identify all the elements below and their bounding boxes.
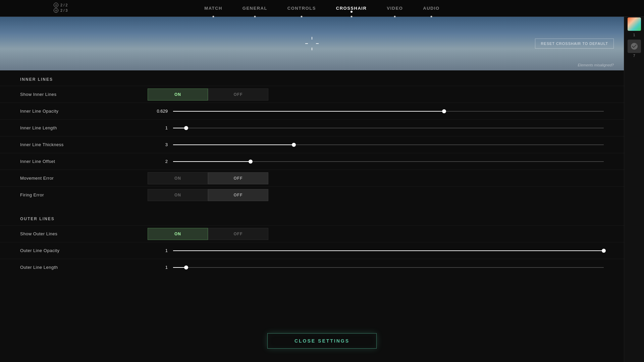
slider-thumb-6[interactable]	[184, 265, 188, 269]
inner-lines-header: INNER LINES	[0, 70, 624, 86]
inner-line-opacity-control: 0.629	[148, 109, 604, 114]
tab-match[interactable]: MATCH	[204, 4, 222, 12]
nav-tabs: MATCH GENERAL CONTROLS CROSSHAIR VIDEO A…	[204, 4, 439, 12]
badge-icon[interactable]	[626, 16, 642, 32]
inner-line-thickness-label: Inner Line Thickness	[20, 142, 148, 147]
show-outer-lines-on-button[interactable]: On	[148, 228, 208, 240]
outer-line-length-control: 1	[148, 265, 604, 270]
badge-number: 1	[633, 33, 635, 37]
slider-thumb[interactable]	[442, 109, 446, 113]
slider-track-6	[173, 267, 604, 268]
outer-line-length-value: 1	[148, 265, 168, 270]
inner-line-offset-slider[interactable]	[173, 161, 604, 162]
settings-panel[interactable]: INNER LINES Show Inner Lines On Off Inne…	[0, 70, 624, 362]
outer-line-length-row: Outer Line Length 1	[0, 259, 624, 276]
firing-error-row: Firing Error On Off	[0, 186, 624, 203]
slider-fill-4	[173, 161, 251, 162]
tab-controls[interactable]: CONTROLS	[287, 4, 316, 12]
inner-line-opacity-label: Inner Line Opacity	[20, 109, 148, 114]
slider-fill-5	[173, 250, 604, 251]
status-item-2: ⊙ 2 / 3	[54, 8, 67, 13]
firing-error-off-button[interactable]: Off	[208, 189, 268, 201]
outer-line-length-slider[interactable]	[173, 267, 604, 268]
main-content: RESET CROSSHAIR TO DEFAULT Elements misa…	[0, 17, 624, 362]
slider-fill	[173, 111, 444, 112]
firing-error-label: Firing Error	[20, 192, 148, 197]
nav-status: ⊙ 2 / 2 ⊙ 2 / 3	[54, 3, 67, 13]
inner-line-length-row: Inner Line Length 1	[0, 119, 624, 136]
status-icon-1: ⊙	[54, 3, 58, 7]
inner-line-length-slider[interactable]	[173, 127, 604, 129]
inner-line-length-value: 1	[148, 125, 168, 130]
badge-image	[628, 17, 641, 31]
outer-line-opacity-label: Outer Line Opacity	[20, 248, 148, 253]
show-outer-lines-off-button[interactable]: Off	[208, 228, 268, 240]
outer-line-opacity-value: 1	[148, 248, 168, 253]
inner-line-offset-row: Inner Line Offset 2	[0, 153, 624, 170]
slider-track-2	[173, 128, 604, 128]
inner-line-offset-label: Inner Line Offset	[20, 159, 148, 164]
inner-line-opacity-value: 0.629	[148, 109, 168, 114]
firing-error-control: On Off	[148, 189, 604, 201]
tab-dot-audio	[430, 16, 432, 17]
slider-fill-3	[173, 144, 294, 145]
tab-video[interactable]: VIDEO	[387, 4, 403, 12]
top-navigation: ⊙ 2 / 2 ⊙ 2 / 3 MATCH GENERAL CONTROLS C…	[0, 0, 644, 17]
tab-dot-controls	[301, 16, 303, 17]
inner-line-opacity-row: Inner Line Opacity 0.629	[0, 103, 624, 119]
inner-line-thickness-row: Inner Line Thickness 3	[0, 136, 624, 153]
outer-line-opacity-slider[interactable]	[173, 250, 604, 251]
inner-line-length-control: 1	[148, 125, 604, 130]
show-inner-lines-row: Show Inner Lines On Off	[0, 86, 624, 103]
inner-line-thickness-slider[interactable]	[173, 144, 604, 145]
slider-thumb-4[interactable]	[249, 160, 253, 164]
show-inner-lines-control: On Off	[148, 88, 604, 101]
outer-line-length-label: Outer Line Length	[20, 265, 148, 270]
close-settings-button[interactable]: CLOSE SETTINGS	[267, 333, 377, 349]
inner-line-thickness-value: 3	[148, 142, 168, 147]
tab-dot-general	[254, 16, 256, 17]
avatar[interactable]	[628, 40, 641, 53]
section-divider	[0, 203, 624, 210]
inner-line-opacity-slider[interactable]	[173, 111, 604, 112]
show-outer-lines-control: On Off	[148, 228, 604, 240]
avatar-number: 7	[633, 54, 635, 58]
inner-line-length-label: Inner Line Length	[20, 125, 148, 130]
right-panel: 1 7	[624, 0, 644, 362]
tab-general[interactable]: GENERAL	[243, 4, 267, 12]
show-inner-lines-label: Show Inner Lines	[20, 92, 148, 97]
movement-error-label: Movement Error	[20, 176, 148, 181]
reset-crosshair-button[interactable]: RESET CROSSHAIR TO DEFAULT	[535, 39, 614, 49]
tab-audio[interactable]: AUDIO	[423, 4, 439, 12]
tab-dot-crosshair	[351, 16, 352, 17]
outer-line-opacity-row: Outer Line Opacity 1	[0, 242, 624, 259]
status-icon-2: ⊙	[54, 8, 58, 13]
crosshair-display	[305, 37, 319, 50]
outer-line-opacity-control: 1	[148, 248, 604, 253]
tab-dot-video	[394, 16, 396, 17]
status-text-2: 2 / 3	[60, 8, 67, 12]
show-outer-lines-row: Show Outer Lines On Off	[0, 225, 624, 242]
firing-error-on-button[interactable]: On	[148, 189, 208, 201]
outer-lines-header: OUTER LINES	[0, 210, 624, 225]
show-outer-lines-label: Show Outer Lines	[20, 231, 148, 236]
slider-thumb-5[interactable]	[602, 249, 606, 253]
status-text-1: 2 / 2	[60, 3, 67, 7]
movement-error-off-button[interactable]: Off	[208, 172, 268, 184]
movement-error-row: Movement Error On Off	[0, 170, 624, 186]
movement-error-control: On Off	[148, 172, 604, 184]
show-inner-lines-off-button[interactable]: Off	[208, 88, 268, 101]
misaligned-text: Elements misaligned?	[578, 63, 614, 67]
inner-line-offset-control: 2	[148, 159, 604, 164]
movement-error-on-button[interactable]: On	[148, 172, 208, 184]
inner-line-thickness-control: 3	[148, 142, 604, 147]
tab-crosshair[interactable]: CROSSHAIR	[336, 4, 367, 12]
inner-line-offset-value: 2	[148, 159, 168, 164]
show-inner-lines-on-button[interactable]: On	[148, 88, 208, 101]
crosshair-preview: RESET CROSSHAIR TO DEFAULT Elements misa…	[0, 17, 624, 70]
tab-dot-match	[213, 16, 214, 17]
slider-thumb-3[interactable]	[292, 143, 296, 147]
slider-thumb-2[interactable]	[184, 126, 188, 130]
status-item-1: ⊙ 2 / 2	[54, 3, 67, 7]
